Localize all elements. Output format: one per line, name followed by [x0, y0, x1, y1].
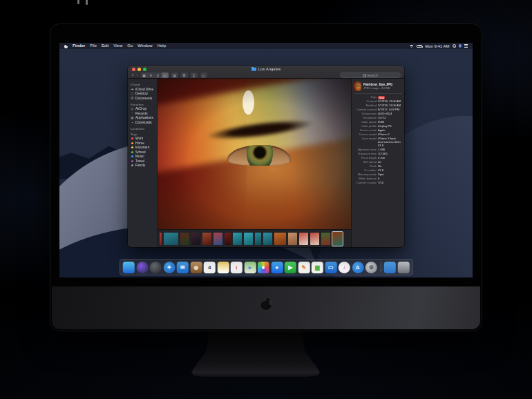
mail-dock-icon[interactable]: ✉: [177, 262, 189, 273]
photo-thumbnail-13[interactable]: [288, 233, 297, 245]
folder-icon: [251, 68, 256, 71]
action-button[interactable]: ⚙: [181, 72, 188, 78]
photo-thumbnail-9[interactable]: [244, 233, 253, 245]
itunes-dock-icon[interactable]: ♪: [339, 262, 350, 273]
sidebar-item-family[interactable]: Family: [131, 164, 157, 168]
sidebar-item-label: iCloud Drive: [135, 88, 153, 91]
menu-bar-clock[interactable]: Mon 9:41 AM: [425, 44, 449, 48]
cropped-letter: [86, 0, 88, 5]
window-title: Los Angeles: [258, 66, 281, 72]
metadata-rows: TagsRedCreated2/12/18, 11:06 AMModified2…: [354, 96, 402, 185]
photo-thumbnail-16[interactable]: [321, 233, 330, 245]
metadata-label: Metering mode: [354, 173, 377, 177]
search-input[interactable]: Search: [340, 72, 401, 78]
window-header: Los Angeles ‹ › ▦ ≡ ∥ ▭ ▤ ⚙ ↥: [128, 66, 404, 79]
maps-dock-icon[interactable]: ▸: [244, 262, 256, 273]
icon-view-button[interactable]: ▦: [141, 72, 148, 78]
reminders-dock-icon[interactable]: ⁝: [231, 262, 243, 273]
gallery-preview-image[interactable]: [158, 79, 351, 229]
menu-item-file[interactable]: File: [90, 43, 97, 49]
menu-item-help[interactable]: Help: [158, 43, 166, 49]
list-view-button[interactable]: ≡: [148, 72, 155, 78]
finder-toolbar: ‹ › ▦ ≡ ∥ ▭ ▤ ⚙ ↥ ◇: [132, 72, 401, 79]
sidebar-item-label: Travel: [135, 159, 144, 163]
photos-dock-icon[interactable]: [258, 262, 269, 273]
tag-color-icon: [131, 151, 133, 153]
metadata-value: 7/10: [378, 182, 402, 185]
column-view-button[interactable]: ∥: [155, 72, 162, 78]
airdrop-icon: ◎: [131, 107, 134, 111]
menu-item-view[interactable]: View: [113, 43, 122, 49]
photo-thumbnail-7[interactable]: [225, 233, 231, 245]
safari-dock-icon[interactable]: ✦: [163, 262, 175, 273]
notification-center-icon[interactable]: [464, 44, 468, 48]
metadata-value: 4 mm: [378, 157, 402, 160]
finder-window: Los Angeles ‹ › ▦ ≡ ∥ ▭ ▤ ⚙ ↥: [128, 66, 404, 247]
spotlight-icon[interactable]: [453, 44, 456, 48]
sidebar-item-downloads[interactable]: ◒Downloads: [131, 120, 157, 125]
sidebar-item-label: Recents: [135, 112, 148, 115]
back-button[interactable]: ‹: [132, 72, 133, 78]
siri-dock-icon[interactable]: [136, 262, 148, 273]
photo-thumbnail-17[interactable]: [332, 232, 343, 246]
photo-thumbnail-12[interactable]: [274, 233, 286, 245]
preview-pane: Rainbow_Eye.JPG JPEG image - 3.8 MB Tags…: [351, 79, 404, 247]
menu-item-finder[interactable]: Finder: [73, 43, 85, 49]
gallery-view-button[interactable]: ▭: [162, 72, 169, 78]
sidebar-item-label: School: [135, 150, 146, 154]
trash-dock-icon[interactable]: [397, 262, 409, 273]
downloads-folder-dock-icon[interactable]: [384, 262, 396, 273]
photo-thumbnail-2[interactable]: [164, 233, 178, 245]
calendar-dock-icon[interactable]: 4: [204, 262, 216, 273]
metadata-label: F number: [354, 169, 377, 173]
sidebar-item-documents[interactable]: ▤Documents: [131, 96, 157, 101]
photo-thumbnail-11[interactable]: [263, 233, 272, 245]
photo-thumbnail-8[interactable]: [233, 233, 242, 245]
imac-display: FinderFileEditViewGoWindowHelp Mon 9:41 …: [50, 23, 482, 331]
metadata-row: Content Creator7/10: [354, 182, 402, 185]
notes-dock-icon[interactable]: [217, 262, 229, 273]
photo-thumbnail-1[interactable]: [160, 233, 162, 245]
battery-icon[interactable]: [417, 45, 422, 48]
apple-menu-icon[interactable]: [64, 44, 68, 48]
siri-icon[interactable]: [459, 44, 462, 48]
metadata-label: Tags: [354, 96, 377, 100]
photo-thumbnail-3[interactable]: [180, 233, 189, 245]
photo-thumbnail-14[interactable]: [299, 233, 308, 245]
pages-dock-icon[interactable]: ✎: [298, 262, 310, 273]
wifi-icon[interactable]: [409, 44, 414, 48]
app-store-dock-icon[interactable]: A: [352, 262, 363, 273]
photo-thumbnail-10[interactable]: [255, 233, 261, 245]
menu-item-go[interactable]: Go: [127, 43, 133, 49]
finder-sidebar: iCloud☁iCloud Drive▢Desktop▤DocumentsFav…: [128, 79, 158, 247]
share-button[interactable]: ↥: [191, 72, 198, 78]
preview-thumbnail: [354, 81, 361, 91]
contacts-dock-icon[interactable]: ◉: [190, 262, 202, 273]
tag-color-icon: [131, 155, 133, 157]
photo-thumbnail-6[interactable]: [213, 233, 222, 245]
metadata-row: Metering modeSpot: [354, 173, 402, 177]
keynote-dock-icon[interactable]: ▭: [325, 262, 336, 273]
facetime-dock-icon[interactable]: ▶: [285, 262, 296, 273]
photo-thumbnail-4[interactable]: [191, 233, 200, 245]
numbers-dock-icon[interactable]: ▆: [312, 262, 323, 273]
photo-thumbnail-15[interactable]: [310, 233, 319, 245]
view-switcher: ▦ ≡ ∥ ▭: [141, 72, 169, 78]
forward-button[interactable]: ›: [136, 72, 137, 78]
menu-item-window[interactable]: Window: [137, 43, 152, 49]
finder-dock-icon[interactable]: [123, 262, 135, 273]
photo-thumbnail-5[interactable]: [202, 233, 211, 245]
metadata-row: Exposure time1/2,365: [354, 153, 402, 156]
grouping-button[interactable]: ▤: [171, 72, 178, 78]
imac-stand: [191, 329, 320, 377]
sidebar-item-label: AirDrop: [135, 107, 146, 110]
metadata-label: Flash: [354, 165, 377, 168]
launchpad-dock-icon[interactable]: [150, 262, 162, 273]
messages-dock-icon[interactable]: ●: [271, 262, 283, 273]
system-preferences-dock-icon[interactable]: ⚙: [365, 262, 377, 273]
menu-item-edit[interactable]: Edit: [102, 43, 108, 49]
metadata-label: Exposure time: [354, 153, 377, 156]
metadata-label: Content Creator: [354, 182, 377, 185]
tag-color-icon: [131, 142, 133, 144]
tags-button[interactable]: ◇: [200, 72, 207, 78]
